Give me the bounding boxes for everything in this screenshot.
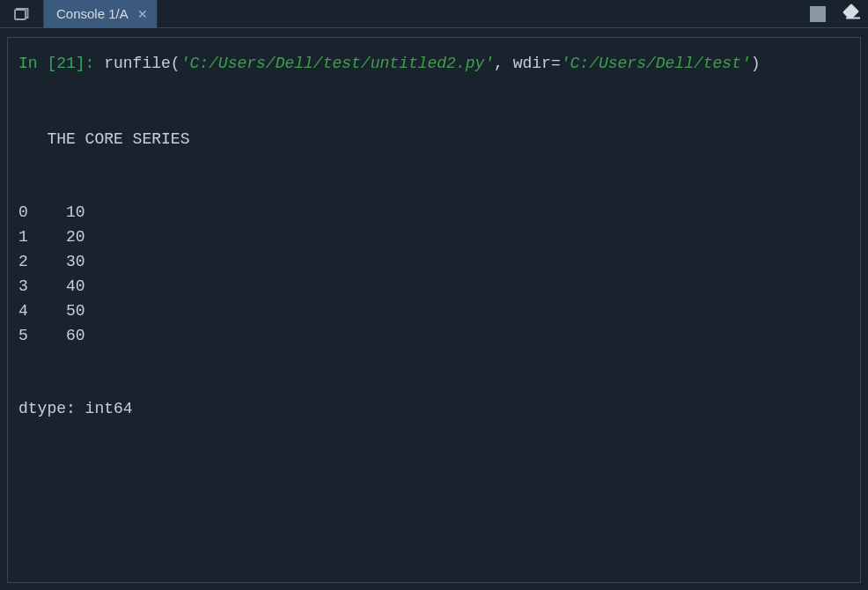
svg-rect-0	[15, 10, 26, 19]
cmd-sep: , wdir=	[494, 55, 561, 72]
input-prompt-line: In [21]: runfile('C:/Users/Dell/test/unt…	[18, 52, 850, 77]
console-output-area[interactable]: In [21]: runfile('C:/Users/Dell/test/unt…	[7, 37, 861, 583]
browse-tabs-icon[interactable]	[0, 0, 44, 28]
section1-header: THE CORE SERIES	[18, 128, 850, 152]
output-row: 2 30	[18, 250, 850, 275]
tab-bar: Console 1/A ✕	[0, 0, 868, 28]
eraser-icon[interactable]	[842, 4, 861, 24]
console-content-wrapper: In [21]: runfile('C:/Users/Dell/test/unt…	[0, 28, 868, 590]
output-row: 0 10	[18, 201, 850, 225]
cmd-close: )	[751, 55, 761, 72]
cmd-arg1: 'C:/Users/Dell/test/untitled2.py'	[180, 55, 494, 72]
output-block: THE CORE SERIES 0 101 202 303 404 505 60…	[18, 78, 850, 583]
tab-console[interactable]: Console 1/A ✕	[44, 0, 158, 28]
cmd-fn: runfile(	[104, 55, 180, 72]
output-row: 4 50	[18, 299, 850, 324]
prompt-label: In [21]:	[18, 55, 104, 72]
close-icon[interactable]: ✕	[137, 7, 148, 21]
output-row: 1 20	[18, 225, 850, 250]
output-row: 5 60	[18, 324, 850, 349]
stop-icon[interactable]	[810, 6, 826, 22]
tab-label: Console 1/A	[56, 6, 129, 21]
svg-rect-1	[846, 18, 860, 19]
cmd-arg2: 'C:/Users/Dell/test'	[561, 55, 751, 72]
output-row: 3 40	[18, 275, 850, 299]
section1-dtype: dtype: int64	[18, 397, 850, 422]
